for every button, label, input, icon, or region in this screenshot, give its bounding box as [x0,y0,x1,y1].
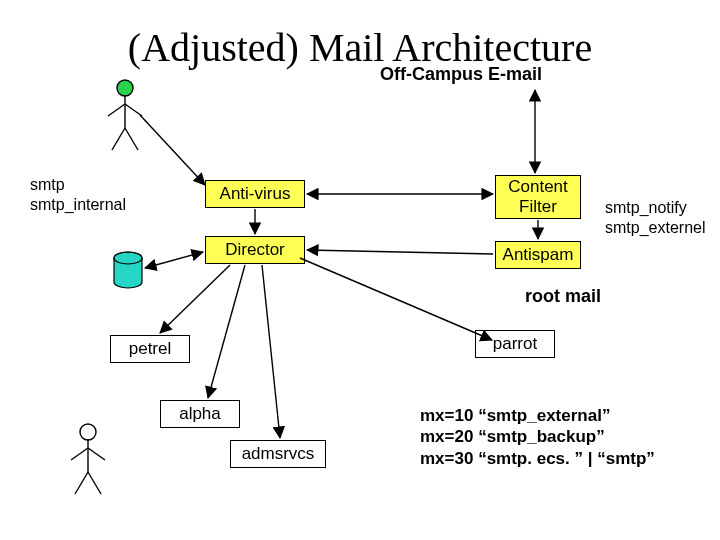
svg-line-23 [300,258,492,340]
label-root-mail: root mail [525,285,601,308]
diagram-subtitle: Off-Campus E-mail [380,64,542,85]
actor-icon [108,80,142,150]
actor-icon [71,424,105,494]
svg-line-5 [125,128,138,150]
svg-line-20 [160,265,230,333]
label-smtp-external: smtp_notify smtp_externel [605,198,706,238]
node-antivirus: Anti-virus [205,180,305,208]
svg-line-21 [208,265,245,398]
svg-line-16 [145,252,203,268]
label-mx-records: mx=10 “smtp_external” mx=20 “smtp_backup… [420,405,655,469]
svg-point-13 [114,252,142,264]
svg-line-14 [140,115,205,185]
svg-point-0 [117,80,133,96]
svg-point-12 [114,252,142,264]
node-director: Director [205,236,305,264]
label-smtp-internal: smtp smtp_internal [30,175,126,215]
svg-line-2 [108,104,125,116]
svg-line-8 [71,448,88,460]
svg-point-6 [80,424,96,440]
page-title: (Adjusted) Mail Architecture [0,24,720,71]
diagram-canvas: (Adjusted) Mail Architecture Off-Campus … [0,0,720,540]
node-petrel: petrel [110,335,190,363]
svg-line-10 [75,472,88,494]
node-admsrvcs: admsrvcs [230,440,326,468]
svg-line-3 [125,104,142,116]
svg-line-4 [112,128,125,150]
svg-line-9 [88,448,105,460]
svg-line-11 [88,472,101,494]
svg-line-24 [307,250,493,254]
node-parrot: parrot [475,330,555,358]
svg-line-22 [262,265,280,438]
node-content-filter: Content Filter [495,175,581,219]
node-antispam: Antispam [495,241,581,269]
node-alpha: alpha [160,400,240,428]
database-icon [114,252,142,288]
